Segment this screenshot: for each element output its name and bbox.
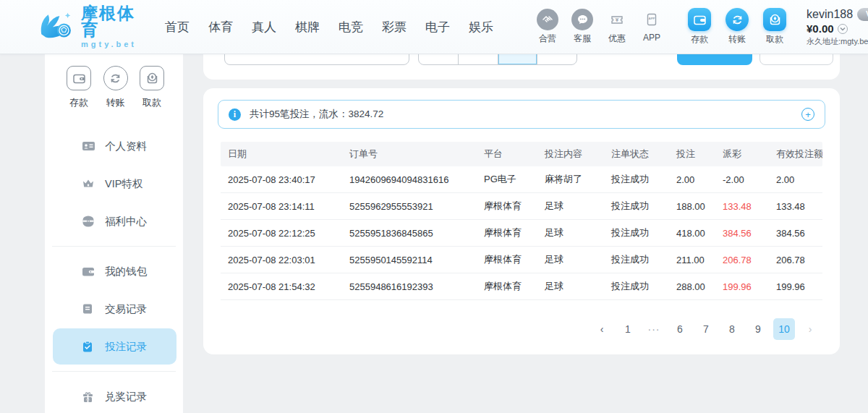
pagination-page-6[interactable]: 6 [669, 318, 691, 340]
svg-text:APP: APP [649, 17, 655, 20]
cell-bet-amount: 188.00 [669, 201, 715, 212]
table-body: 2025-07-08 23:40:171942609694094831616PG… [221, 166, 822, 300]
cell-bet-status: 投注成功 [604, 200, 669, 213]
cell-bet-amount: 288.00 [669, 281, 715, 292]
bet-records-card: i 共计95笔投注，流水：3824.72 + 日期订单号平台投注内容注单状态投注… [203, 88, 840, 354]
sidebar-item-idcard[interactable]: 个人资料 [53, 128, 176, 164]
cell-bet-status: 投注成功 [604, 226, 669, 239]
idcard-icon [82, 139, 96, 153]
cell-bet-status: 投注成功 [604, 253, 669, 266]
sidebar-item-benefit[interactable]: 福利中心 [53, 203, 176, 239]
cell-bet-content: 足球 [537, 253, 604, 266]
cell-date: 2025-07-08 21:54:32 [221, 281, 342, 292]
quicklink-service[interactable]: 客服 [566, 9, 599, 45]
nav-item-7[interactable]: 电子 [416, 12, 459, 43]
transfer-icon [103, 66, 128, 90]
username[interactable]: kevin188 [807, 7, 853, 22]
pagination-page-9[interactable]: 9 [747, 318, 769, 340]
cell-bet-amount: 211.00 [669, 255, 715, 265]
column-header-5: 注单状态 [604, 148, 669, 161]
sidebar-item-label: 投注记录 [105, 340, 147, 354]
sidebar-item-bet-record[interactable]: 投注记录 [53, 328, 176, 365]
quicklink-label: APP [635, 33, 668, 43]
quicklink-app[interactable]: APPAPP [635, 9, 668, 45]
quicklink-transfer[interactable]: 转账 [719, 8, 755, 46]
cell-payout: -2.00 [715, 174, 769, 185]
nav-item-3[interactable]: 真人 [242, 12, 286, 43]
nav-item-8[interactable]: 娱乐 [459, 12, 503, 43]
bet-record-icon [82, 339, 96, 354]
cell-order-number: 5255948616192393 [342, 281, 477, 292]
pagination-prev[interactable]: ‹ [591, 318, 613, 340]
quicklink-label: 优惠 [600, 33, 634, 45]
brand-text: 摩根体育 mgty.bet [81, 5, 137, 48]
pagination-page-10[interactable]: 10 [773, 318, 795, 340]
sidebar-quick-transfer[interactable]: 转账 [103, 66, 128, 109]
brand-name: 摩根体育 [81, 5, 137, 38]
vip-badge: VIP0 [857, 8, 868, 21]
nav-item-4[interactable]: 棋牌 [286, 12, 329, 43]
wallet-icon [82, 264, 96, 278]
cell-valid-bet-amount: 199.96 [769, 281, 822, 292]
quicklink-handshake[interactable]: 合营 [531, 9, 564, 45]
sidebar-item-gift[interactable]: 兑兑奖记录 [53, 378, 176, 413]
sidebar-item-label: 福利中心 [105, 215, 147, 229]
quicklink-label: 客服 [566, 33, 599, 45]
sidebar-item-transaction[interactable]: 交易记录 [53, 291, 176, 327]
sidebar-quick-withdraw[interactable]: 取款 [140, 66, 164, 109]
cell-bet-status: 投注成功 [604, 173, 669, 186]
crown-icon [82, 176, 96, 191]
cell-date: 2025-07-08 23:40:17 [221, 174, 342, 185]
gift-icon: 兑 [82, 389, 96, 404]
pagination-ellipsis: ··· [643, 318, 665, 340]
nav-item-6[interactable]: 彩票 [373, 12, 416, 43]
balance-refresh-icon[interactable] [838, 24, 848, 34]
sidebar-quick-deposit[interactable]: 存款 [67, 66, 91, 109]
nav-item-1[interactable]: 首页 [156, 12, 199, 43]
cell-bet-content: 足球 [537, 200, 604, 213]
app-icon: APP [641, 9, 663, 30]
brand-logo[interactable]: 摩根体育 mgty.bet [38, 5, 137, 48]
expand-icon[interactable]: + [801, 108, 814, 121]
table-row: 2025-07-08 21:54:325255948616192393摩根体育足… [221, 273, 822, 300]
cell-payout: 206.78 [715, 255, 769, 265]
svg-text:¥: ¥ [616, 17, 619, 23]
brand-domain: mgty.bet [81, 40, 137, 48]
withdraw-icon [140, 66, 164, 90]
handshake-icon [537, 9, 558, 30]
column-header-7: 派彩 [715, 148, 769, 161]
column-header-6: 投注 [669, 148, 715, 161]
quicklink-deposit[interactable]: 存款 [681, 8, 718, 46]
cell-platform: 摩根体育 [477, 280, 537, 293]
cell-order-number: 5255962955553921 [342, 201, 477, 212]
quicklink-coupon[interactable]: ¥优惠 [600, 9, 634, 45]
quicklink-withdraw[interactable]: 取款 [757, 8, 793, 46]
table-row: 2025-07-08 22:12:255255951836845865摩根体育足… [221, 220, 822, 247]
pagination: ‹1···678910› [587, 318, 821, 340]
pagination-next[interactable]: › [799, 318, 821, 340]
cell-order-number: 5255950145592114 [342, 255, 477, 265]
sidebar-item-label: 交易记录 [105, 302, 147, 316]
sidebar-item-label: 个人资料 [105, 140, 147, 153]
deposit-icon [67, 66, 91, 90]
cell-bet-content: 麻将胡了 [537, 173, 604, 186]
nav-item-5[interactable]: 电竞 [329, 12, 373, 43]
cell-date: 2025-07-08 22:03:01 [221, 255, 342, 265]
sidebar-item-label: 兑奖记录 [105, 390, 147, 404]
user-block: kevin188 VIP0 ¥0.00 永久地址:mgty.bet [807, 7, 868, 47]
pagination-page-8[interactable]: 8 [721, 318, 743, 340]
sidebar-item-wallet[interactable]: 我的钱包 [53, 253, 176, 289]
cell-platform: 摩根体育 [477, 226, 537, 239]
pagination-page-1[interactable]: 1 [617, 318, 639, 340]
cell-bet-content: 足球 [537, 280, 604, 293]
nav-item-2[interactable]: 体育 [199, 12, 242, 43]
info-icon: i [229, 108, 241, 121]
pagination-page-7[interactable]: 7 [695, 318, 717, 340]
benefit-icon [82, 214, 96, 229]
summary-alert: i 共计95笔投注，流水：3824.72 + [218, 100, 825, 129]
cell-platform: 摩根体育 [477, 200, 537, 213]
cell-payout: 133.48 [715, 201, 769, 212]
cell-date: 2025-07-08 23:14:11 [221, 201, 342, 212]
brand-logo-icon [38, 9, 75, 45]
sidebar-item-crown[interactable]: VIP特权 [53, 166, 176, 202]
